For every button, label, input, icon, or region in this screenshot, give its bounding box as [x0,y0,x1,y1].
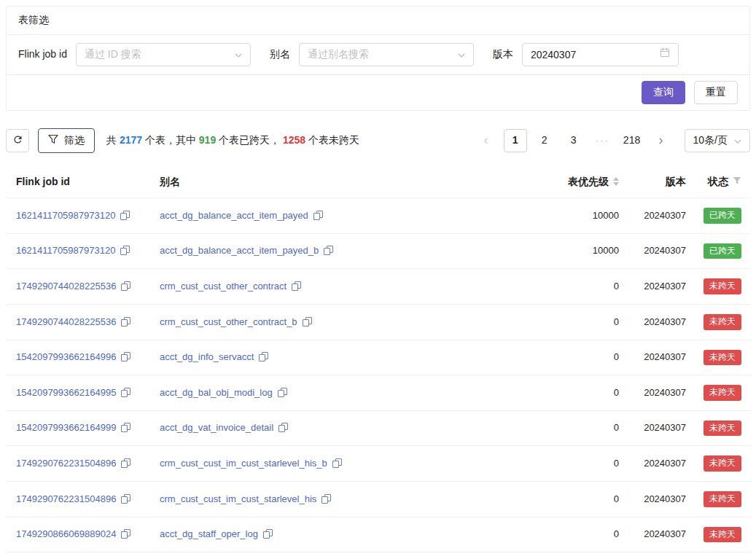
flink-job-id-link[interactable]: 1621411705987973120 [16,210,115,221]
copy-icon[interactable] [278,388,287,397]
alias-link[interactable]: crm_cust_cust_im_cust_starlevel_his [160,493,316,504]
status-badge: 已跨天 [704,243,741,259]
alias-link[interactable]: acct_dg_balance_acct_item_payed_b [160,245,319,256]
copy-icon[interactable] [121,494,130,504]
summary-prefix: 共 [106,134,120,146]
alias-link[interactable]: crm_cust_cust_other_contract_b [160,316,297,327]
alias-link[interactable]: acct_dg_staff_oper_log [160,528,258,539]
status-filter-funnel-icon[interactable] [733,175,741,189]
copy-icon[interactable] [120,246,130,255]
copy-icon[interactable] [332,458,342,468]
status-header-label: 状态 [708,175,728,189]
status-badge: 未跨天 [704,456,741,472]
version-value: 20240307 [619,304,686,340]
sort-icon[interactable] [613,177,619,186]
summary-mid1: 个表，其中 [142,134,199,146]
alias-link[interactable]: crm_cust_cust_other_contract [160,281,287,292]
copy-icon[interactable] [292,281,301,291]
status-badge: 未跨天 [704,385,741,401]
calendar-icon [660,47,670,62]
flink-job-id-link[interactable]: 1749290762231504896 [16,493,116,504]
priority-header-label: 表优先级 [568,175,609,189]
version-date-input[interactable] [522,43,679,66]
page-size-select[interactable]: 10条/页 [685,129,750,152]
copy-icon[interactable] [263,529,273,539]
version-value: 20240307 [619,410,686,446]
prev-page-button[interactable]: ‹ [475,129,498,152]
flink-job-id-link[interactable]: 1621411705987973120 [16,245,115,256]
flink-job-id-link[interactable]: 1749290744028225536 [16,316,116,327]
refresh-button[interactable] [6,129,29,152]
copy-icon[interactable] [121,281,130,291]
table-row: 1749290744028225536 crm_cust_cust_other_… [6,269,750,305]
alias-link[interactable]: crm_cust_cust_im_cust_starlevel_his_b [160,458,327,469]
query-button[interactable]: 查询 [642,81,685,104]
flink-job-id-link[interactable]: 1542097993662164996 [16,351,116,362]
chevron-down-icon [734,133,741,148]
flink-job-id-label: Flink job id [18,47,67,62]
alias-link[interactable]: acct_dg_info_servacct [160,351,254,362]
priority-value: 0 [459,481,619,517]
summary-total: 2177 [120,134,142,146]
flink-job-id-link[interactable]: 1542097993662164999 [16,422,116,433]
copy-icon[interactable] [121,529,130,539]
alias-select[interactable]: 通过别名搜索 [299,43,474,66]
filter-card: 表筛选 Flink job id 通过 ID 搜索 别名 通过别名搜索 版本 [6,6,750,111]
copy-icon[interactable] [259,352,268,361]
page-size-label: 10条/页 [693,133,728,148]
version-input[interactable] [531,49,647,60]
copy-icon[interactable] [313,211,323,220]
page-button-2[interactable]: 2 [533,129,556,152]
chevron-down-icon [458,47,465,62]
summary-uncrossed: 1258 [283,134,305,146]
status-badge: 已跨天 [704,208,741,224]
version-value: 20240307 [619,481,686,517]
alias-link[interactable]: acct_dg_bal_obj_modi_log [160,387,273,398]
filter-toggle-button[interactable]: 筛选 [38,128,95,153]
priority-value: 10000 [459,233,619,269]
flink-job-id-link[interactable]: 1542097993662164995 [16,387,116,398]
column-header-version: 版本 [619,168,686,198]
pagination-ellipsis[interactable]: ··· [591,129,615,152]
column-header-alias: 别名 [149,168,459,198]
copy-icon[interactable] [121,423,130,432]
filter-funnel-icon [48,134,58,146]
filter-actions: 查询 重置 [7,75,749,110]
copy-icon[interactable] [303,317,312,327]
summary-mid2: 个表已跨天， [216,134,283,146]
table-row: 1749290762231504896 crm_cust_cust_im_cus… [6,481,750,517]
copy-icon[interactable] [121,388,130,397]
flink-job-id-select[interactable]: 通过 ID 搜索 [76,43,251,66]
status-badge: 未跨天 [704,314,741,330]
table-row: 1621411705987973120 acct_dg_balance_acct… [6,198,750,234]
priority-value: 0 [459,410,619,446]
page-button-3[interactable]: 3 [562,129,585,152]
status-badge: 未跨天 [704,350,741,366]
alias-link[interactable]: acct_dg_vat_invoice_detail [160,422,273,433]
table-row: 1749290762231504896 crm_cust_cust_im_cus… [6,446,750,482]
next-page-button[interactable]: › [650,129,673,152]
table-row: 1749290866069889024 acct_dg_staff_oper_l… [6,517,750,552]
column-header-flink-job-id: Flink job id [6,168,149,198]
copy-icon[interactable] [324,246,333,255]
version-value: 20240307 [619,233,686,269]
priority-value: 0 [459,375,619,411]
copy-icon[interactable] [121,352,130,361]
priority-value: 10000 [459,198,619,234]
page-button-last[interactable]: 218 [620,129,644,152]
copy-icon[interactable] [121,317,130,327]
page-button-1[interactable]: 1 [504,129,527,152]
flink-job-id-link[interactable]: 1749290866069889024 [16,528,116,539]
flink-job-id-link[interactable]: 1749290744028225536 [16,281,116,292]
copy-icon[interactable] [322,494,331,504]
flink-job-id-link[interactable]: 1749290762231504896 [16,458,116,469]
reset-button[interactable]: 重置 [694,81,738,104]
copy-icon[interactable] [121,458,130,468]
copy-icon[interactable] [120,211,130,220]
alias-link[interactable]: acct_dg_balance_acct_item_payed [160,210,308,221]
priority-value: 0 [459,446,619,482]
pagination-top: ‹ 1 2 3 ··· 218 › 10条/页 [475,129,750,152]
table-row: 1621411705987973120 acct_dg_balance_acct… [6,233,750,269]
copy-icon[interactable] [278,423,288,432]
version-value: 20240307 [619,198,686,234]
